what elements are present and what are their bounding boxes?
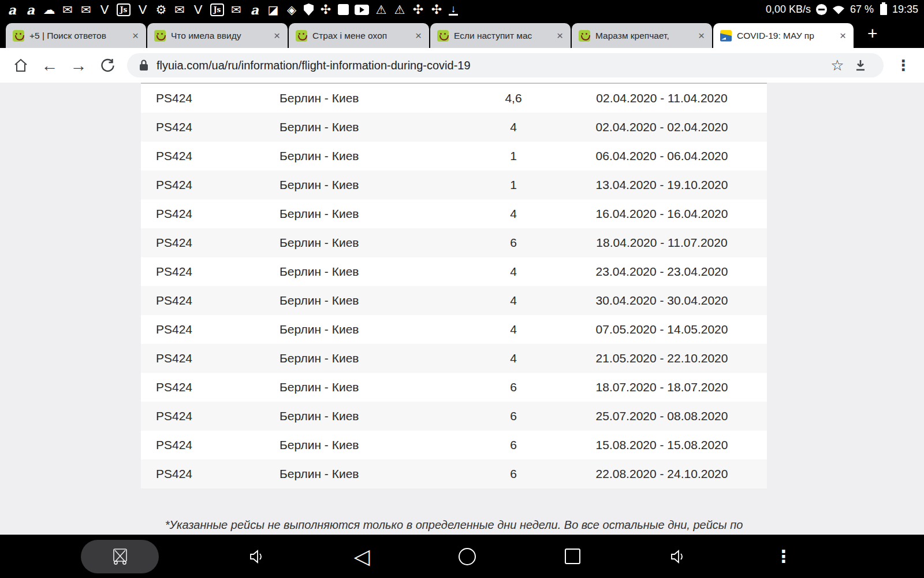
browser-tab[interactable]: Что имела ввиду× <box>147 23 288 48</box>
days-cell: 4 <box>470 207 557 221</box>
letter-v-icon <box>136 3 149 17</box>
tab-close-icon[interactable]: × <box>838 29 848 42</box>
forward-button[interactable]: → <box>66 53 91 78</box>
route-cell: Берлин - Киев <box>280 265 470 279</box>
back-button-nav[interactable]: ◁ <box>353 544 370 569</box>
back-button[interactable]: ← <box>37 53 62 78</box>
gmail-icon <box>80 3 92 17</box>
days-cell: 4 <box>470 120 557 134</box>
days-cell: 4 <box>470 351 557 365</box>
page-content: PS424Берлин - Киев4,602.04.2020 - 11.04.… <box>0 83 924 535</box>
flight-number-cell: PS424 <box>141 149 280 163</box>
flight-number-cell: PS424 <box>141 294 280 307</box>
home-button-nav[interactable] <box>459 548 476 565</box>
period-cell: 02.04.2020 - 02.04.2020 <box>557 120 767 134</box>
days-cell: 6 <box>470 380 557 394</box>
route-cell: Берлин - Киев <box>280 323 470 336</box>
tab-close-icon[interactable]: × <box>413 29 423 42</box>
flight-number-cell: PS424 <box>141 120 280 134</box>
flight-number-cell: PS424 <box>141 178 280 192</box>
table-row: PS424Берлин - Киев423.04.2020 - 23.04.20… <box>141 257 767 286</box>
reload-button[interactable] <box>95 53 120 78</box>
table-row: PS424Берлин - Киев402.04.2020 - 02.04.20… <box>141 113 767 142</box>
days-cell: 1 <box>470 149 557 163</box>
flight-number-cell: PS424 <box>141 207 280 221</box>
browser-tab[interactable]: +5 | Поиск ответов× <box>6 23 146 48</box>
volume-icon <box>669 549 686 565</box>
smiley-favicon <box>13 30 24 42</box>
browser-tab[interactable]: Страх і мене охоп× <box>289 23 429 48</box>
gmail-icon <box>61 3 74 17</box>
table-row: PS424Берлин - Киев113.04.2020 - 19.10.20… <box>141 171 767 199</box>
home-button[interactable] <box>8 53 33 78</box>
tab-close-icon[interactable]: × <box>131 29 140 42</box>
flight-number-cell: PS424 <box>141 236 280 250</box>
table-row: PS424Берлин - Киев407.05.2020 - 14.05.20… <box>141 315 767 344</box>
days-cell: 4,6 <box>470 91 557 105</box>
period-cell: 15.08.2020 - 15.08.2020 <box>557 438 767 452</box>
browser-tab[interactable]: Если наступит мас× <box>430 23 571 48</box>
table-row: PS424Берлин - Киев625.07.2020 - 08.08.20… <box>141 402 767 431</box>
warning-icon <box>393 3 406 17</box>
uia-favicon <box>720 30 732 42</box>
brain-icon <box>43 3 55 17</box>
days-cell: 4 <box>470 294 557 307</box>
volume-button-2[interactable] <box>669 549 686 565</box>
period-cell: 07.05.2020 - 14.05.2020 <box>557 323 767 336</box>
square-icon <box>338 4 349 15</box>
browser-tab[interactable]: Маразм крепчает,× <box>572 23 712 48</box>
shield-icon <box>304 3 314 16</box>
recents-square-icon <box>565 549 580 564</box>
period-cell: 23.04.2020 - 23.04.2020 <box>557 265 767 279</box>
flight-number-cell: PS424 <box>141 380 280 394</box>
more-menu-button[interactable]: ⋮ <box>775 546 792 566</box>
route-cell: Берлин - Киев <box>280 380 470 394</box>
warning-icon <box>375 3 388 17</box>
script-a-icon <box>248 3 261 17</box>
browser-toolbar: ← → flyuia.com/ua/ru/information/flight-… <box>0 48 924 83</box>
tab-title: Страх і мене охоп <box>312 31 410 41</box>
wifi-icon <box>832 5 845 14</box>
smiley-favicon <box>154 30 166 42</box>
more-dots-icon: ⋮ <box>775 546 792 566</box>
tab-title: +5 | Поиск ответов <box>29 31 127 41</box>
bookmark-star-icon[interactable]: ☆ <box>826 54 849 77</box>
volume-button[interactable] <box>248 549 265 565</box>
table-row: PS424Берлин - Киев106.04.2020 - 06.04.20… <box>141 142 767 171</box>
network-throughput: 0,00 KB/s <box>766 3 811 16</box>
days-cell: 4 <box>470 323 557 336</box>
battery-icon <box>880 4 887 15</box>
battery-percent: 67 % <box>850 3 874 16</box>
flight-table: PS424Берлин - Киев4,602.04.2020 - 11.04.… <box>141 83 767 488</box>
pinwheel-icon <box>412 3 424 17</box>
flight-number-cell: PS424 <box>141 438 280 452</box>
status-bar: 0,00 KB/s 67 % 19:35 <box>0 0 924 19</box>
flight-number-cell: PS424 <box>141 351 280 365</box>
days-cell: 6 <box>470 467 557 481</box>
recents-button[interactable] <box>565 549 580 564</box>
period-cell: 06.04.2020 - 06.04.2020 <box>557 149 767 163</box>
screenshot-button[interactable] <box>81 540 159 573</box>
url-text[interactable]: flyuia.com/ua/ru/information/flight-info… <box>157 59 826 72</box>
route-cell: Берлин - Киев <box>280 178 470 192</box>
tab-close-icon[interactable]: × <box>696 29 706 42</box>
browser-tab[interactable]: COVID-19: МАУ пр× <box>713 23 854 48</box>
route-cell: Берлин - Киев <box>280 409 470 423</box>
table-row: PS424Берлин - Киев618.04.2020 - 11.07.20… <box>141 228 767 257</box>
smiley-favicon <box>437 30 449 42</box>
tab-close-icon[interactable]: × <box>272 29 282 42</box>
lock-icon <box>139 59 149 72</box>
period-cell: 22.08.2020 - 24.10.2020 <box>557 467 767 481</box>
volume-icon <box>248 549 265 565</box>
download-page-icon[interactable] <box>849 54 872 77</box>
smiley-favicon <box>296 30 307 42</box>
gmail-icon <box>230 3 243 17</box>
period-cell: 13.04.2020 - 19.10.2020 <box>557 178 767 192</box>
new-tab-button[interactable]: + <box>867 24 878 43</box>
js-badge-icon <box>117 3 131 16</box>
address-bar[interactable]: flyuia.com/ua/ru/information/flight-info… <box>127 53 884 77</box>
tab-strip-tabs: +5 | Поиск ответов×Что имела ввиду×Страх… <box>6 23 855 48</box>
browser-menu-button[interactable]: ⋮ <box>891 53 916 78</box>
pinwheel-icon <box>430 3 443 17</box>
tab-close-icon[interactable]: × <box>555 29 565 42</box>
